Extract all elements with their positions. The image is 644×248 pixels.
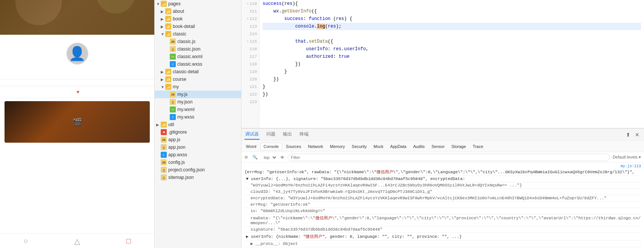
dt-nav-security[interactable]: Security [349, 143, 370, 150]
file-tree-item-classic[interactable]: ▼📂classic [155, 30, 241, 38]
line-number-118: 118 [241, 60, 257, 68]
bookshelf-icon: △ [74, 237, 80, 246]
line-number-117: 117 [241, 53, 257, 60]
eye-icon[interactable]: 👁 [279, 154, 286, 160]
code-line-113: console.log(res); [263, 23, 641, 30]
console-file-ref[interactable]: my.js:113 [244, 164, 641, 168]
line-number-116: 116 [241, 45, 257, 53]
dt-nav-appdata[interactable]: AppData [387, 143, 409, 150]
filter-input[interactable] [287, 154, 610, 161]
line-numbers: ▾110111▾112113114▾1151161171181191201211… [241, 0, 260, 128]
code-line-115: that.setData({ [263, 38, 641, 45]
dt-tab-output[interactable]: 输出 [282, 129, 293, 140]
block-icon[interactable]: ⊘ [243, 154, 249, 160]
phone-preview: 👤 ♥ 🎬 ○ △ □ [0, 0, 155, 248]
file-tree-item-pages[interactable]: ▼📂pages [155, 0, 241, 8]
bottom-nav: ○ △ □ [0, 233, 154, 248]
devtools-toolbar: 调试器 问题 输出 终端 ⬆ ✕ [241, 129, 644, 141]
devtools-panel: 调试器 问题 输出 终端 ⬆ ✕ WxmlConsoleSourcesNetwo… [241, 128, 644, 248]
close-icon[interactable]: ✕ [633, 132, 641, 138]
console-line-9[interactable]: ▶ userInfo: {nickName: "微信用户", gender: 0… [244, 233, 641, 240]
code-line-122: }) [263, 91, 641, 98]
console-line-1[interactable]: ▼ userInfo: {...}, signature: "5bac33576… [244, 176, 641, 182]
dt-nav-sensor[interactable]: Sensor [429, 143, 448, 150]
line-number-115: ▾115 [241, 38, 257, 45]
console-line-5: errMsg: "getUserInfo:ok" [244, 202, 641, 208]
file-tree-item-classicwxss[interactable]: Cclassic.wxss [155, 60, 241, 68]
movie-tab[interactable]: ♥ [0, 86, 154, 98]
dt-nav-sources[interactable]: Sources [283, 143, 304, 150]
nav-item-popular[interactable]: ○ [0, 237, 51, 246]
file-tree-item-classic-detail[interactable]: ▶📁classic-detail [155, 68, 241, 75]
line-number-120: 120 [241, 75, 257, 83]
line-number-122: 122 [241, 91, 257, 98]
console-line-4: encryptedData: "W3YyuwlJ+GodMoYH/6nzho2i… [244, 195, 641, 202]
dt-nav-console[interactable]: Console [260, 143, 282, 150]
dt-tab-debugger[interactable]: 调试器 [244, 129, 260, 140]
devtools-nav: WxmlConsoleSourcesNetworkMemorySecurityM… [241, 141, 644, 152]
file-tree-item-mywxss[interactable]: Cmy.wxss [155, 113, 241, 121]
file-tree-item-appjs[interactable]: JSapp.js [155, 136, 241, 143]
console-line-3: cloudID: "43_jy47Ty8VuJFIVhxK8Brwmiw0-rQ… [244, 189, 641, 195]
console-line-7: rawData: "{\"nickName\":\"微信用户\",\"gende… [244, 214, 641, 226]
line-number-123: 123 [241, 98, 257, 106]
content-tabs: ♥ [0, 86, 154, 98]
dt-nav-wxml[interactable]: Wxml [243, 143, 260, 150]
dt-nav-trace[interactable]: Trace [470, 143, 486, 150]
file-tree-item-appjson[interactable]: {}app.json [155, 143, 241, 151]
nav-item-likes[interactable]: □ [103, 237, 154, 246]
line-number-114: 114 [241, 30, 257, 38]
file-tree-item-classicjson[interactable]: {}classic.json [155, 45, 241, 53]
console-line-0[interactable]: {errMsg: "getUserInfo:ok", rawData: "{\"… [244, 168, 641, 176]
line-number-111: 111 [241, 8, 257, 15]
nav-item-bookshelf[interactable]: △ [51, 237, 103, 246]
filter-icon[interactable]: 🔍 [251, 154, 259, 160]
code-editor: ▾110111▾112113114▾1151161171181191201211… [241, 0, 644, 128]
phone-header-bg [0, 0, 154, 35]
code-line-110: success(res){ [263, 0, 641, 8]
file-tree-item-classicwxml[interactable]: <>classic.wxml [155, 53, 241, 60]
like-section-header [0, 80, 154, 86]
file-tree-item-appwxss[interactable]: Capp.wxss [155, 151, 241, 159]
dt-nav-memory[interactable]: Memory [327, 143, 348, 150]
devtools-bar: ⊘ 🔍 top 👁 Default levels ▾ [241, 152, 644, 163]
code-line-112: success: function (res) { [263, 15, 641, 23]
book-count-area [0, 73, 154, 80]
file-tree-item-myjs[interactable]: JSmy.js [155, 91, 241, 98]
console-line-10[interactable]: ▶ __proto__: Object [244, 240, 641, 247]
code-line-114 [263, 30, 641, 38]
file-tree-item-classicjs[interactable]: JSclassic.js [155, 38, 241, 45]
console-line-6: iv: "08m8hlZdLUspiNLvkKAHXg==" [244, 208, 641, 214]
levels-dropdown[interactable]: Default levels ▾ [611, 154, 642, 160]
file-tree-item-my[interactable]: ▼📂my [155, 83, 241, 91]
movie-card[interactable]: 🎬 [5, 101, 150, 144]
toolbar-right-actions: ⬆ ✕ [624, 132, 641, 138]
dt-tab-issues[interactable]: 问题 [266, 129, 276, 140]
file-tree-item-util[interactable]: ▶📁util [155, 121, 241, 128]
file-tree-item-configjs[interactable]: JSconfig.js [155, 159, 241, 166]
file-tree-item-book-detail[interactable]: ▶📁book-detail [155, 23, 241, 30]
avatar-area: 👤 [0, 35, 154, 73]
file-tree-item-projectconfig.json[interactable]: {}project.config.json [155, 166, 241, 174]
dt-nav-audits[interactable]: Audits [410, 143, 428, 150]
undock-icon[interactable]: ⬆ [624, 132, 632, 138]
file-tree-item-book[interactable]: ▶📁book [155, 15, 241, 23]
dt-nav-network[interactable]: Network [305, 143, 326, 150]
code-line-116: userInfo: res.userInfo, [263, 45, 641, 53]
dt-nav-mock[interactable]: Mock [370, 143, 386, 150]
code-line-120: }) [263, 75, 641, 83]
line-number-112: ▾112 [241, 15, 257, 23]
console-output: my.js:113{errMsg: "getUserInfo:ok", rawD… [241, 163, 644, 248]
dt-nav-storage[interactable]: Storage [449, 143, 469, 150]
dt-tab-terminal[interactable]: 终端 [299, 129, 309, 140]
avatar: 👤 [66, 42, 89, 65]
file-tree-item-gitignore[interactable]: ◆.gitignore [155, 128, 241, 136]
file-tree-item-sitemapjson[interactable]: {}sitemap.json [155, 174, 241, 181]
context-selector[interactable]: top [261, 154, 277, 161]
file-tree-item-myjson[interactable]: {}my.json [155, 98, 241, 106]
file-tree-item-about[interactable]: ▶📁about [155, 8, 241, 15]
file-tree-item-mywxml[interactable]: <>my.wxml [155, 106, 241, 113]
line-number-119: 119 [241, 68, 257, 75]
file-tree-item-course[interactable]: ▶📁course [155, 75, 241, 83]
line-number-110: ▾110 [241, 0, 257, 8]
